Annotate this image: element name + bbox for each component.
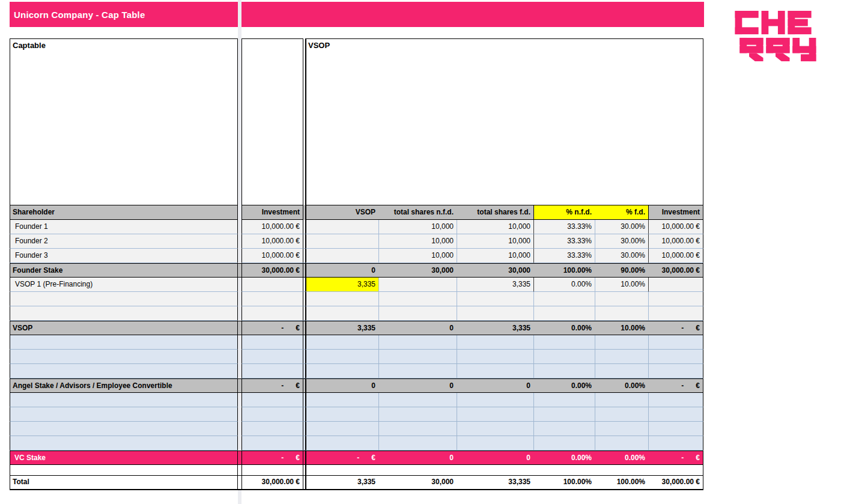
cell-vsop[interactable] bbox=[305, 306, 378, 321]
cell-vsop[interactable] bbox=[305, 407, 378, 422]
cell-shares_fd[interactable] bbox=[457, 422, 533, 436]
cell-pct_nfd[interactable]: 0.00% bbox=[533, 321, 595, 335]
cell-shares_fd[interactable] bbox=[457, 292, 533, 306]
cell-name[interactable]: Angel Stake / Advisors / Employee Conver… bbox=[10, 378, 238, 393]
cell-vsop[interactable] bbox=[305, 292, 378, 306]
cell-pct_fd[interactable]: 0.00% bbox=[595, 451, 648, 465]
cell-pct_fd[interactable] bbox=[595, 393, 648, 407]
cell-blank[interactable] bbox=[457, 38, 533, 205]
cell-vsop[interactable]: 0 bbox=[305, 378, 378, 393]
cell-investment2[interactable]: 10,000.00 € bbox=[648, 234, 703, 249]
cell-investment[interactable] bbox=[241, 38, 303, 205]
cell-investment2[interactable] bbox=[648, 306, 703, 321]
cell-investment2[interactable] bbox=[648, 335, 703, 350]
cell-investment[interactable] bbox=[241, 422, 303, 436]
cell-name[interactable]: VSOP bbox=[10, 321, 238, 335]
cell-name[interactable] bbox=[10, 350, 238, 364]
cell-blank[interactable] bbox=[595, 38, 648, 205]
cell-investment2[interactable] bbox=[648, 407, 703, 422]
cell-investment[interactable]: - € bbox=[241, 321, 303, 335]
cell-pct_nfd[interactable]: 0.00% bbox=[533, 278, 595, 292]
cell-vsop[interactable] bbox=[305, 220, 378, 234]
cell-investment2[interactable]: 30,000.00 € bbox=[648, 263, 703, 278]
cell-vsop[interactable]: 3,335 bbox=[305, 321, 378, 335]
cell-shares_nfd[interactable] bbox=[378, 364, 457, 378]
cell-shares_fd[interactable]: 0 bbox=[457, 451, 533, 465]
cell-shares_fd[interactable]: 10,000 bbox=[457, 234, 533, 249]
cell-pct_nfd[interactable] bbox=[533, 306, 595, 321]
cell-pct_nfd[interactable] bbox=[533, 465, 595, 475]
captable-section-label[interactable]: Captable bbox=[10, 38, 238, 205]
cell-investment[interactable] bbox=[241, 393, 303, 407]
cell-name[interactable] bbox=[10, 407, 238, 422]
cell-pct_fd[interactable]: 0.00% bbox=[595, 378, 648, 393]
cell-investment[interactable] bbox=[241, 465, 303, 475]
cell-pct_nfd[interactable]: 33.33% bbox=[533, 249, 595, 263]
cell-investment2[interactable]: - € bbox=[648, 321, 703, 335]
cell-vsop[interactable] bbox=[305, 335, 378, 350]
cell-pct_nfd[interactable] bbox=[533, 350, 595, 364]
cell-pct_fd[interactable] bbox=[595, 306, 648, 321]
cell-shares_fd[interactable]: 30,000 bbox=[457, 263, 533, 278]
cell-investment[interactable]: 10,000.00 € bbox=[241, 234, 303, 249]
cell-shares_nfd[interactable] bbox=[378, 292, 457, 306]
cell-shares_nfd[interactable]: 0 bbox=[378, 321, 457, 335]
cell-shares_nfd[interactable] bbox=[378, 393, 457, 407]
cell-pct_fd[interactable]: 30.00% bbox=[595, 249, 648, 263]
cell-shares_nfd[interactable]: 30,000 bbox=[378, 475, 457, 490]
cell-investment2[interactable] bbox=[648, 436, 703, 451]
cell-investment2[interactable] bbox=[648, 465, 703, 475]
cell-investment[interactable] bbox=[241, 350, 303, 364]
cell-pct_fd[interactable] bbox=[595, 465, 648, 475]
cell-shares_nfd[interactable]: 10,000 bbox=[378, 249, 457, 263]
cell-shares_nfd[interactable] bbox=[378, 306, 457, 321]
cell-investment[interactable]: 10,000.00 € bbox=[241, 220, 303, 234]
cell-investment2[interactable] bbox=[648, 278, 703, 292]
cell-pct_fd[interactable]: 30.00% bbox=[595, 220, 648, 234]
cell-vsop[interactable] bbox=[305, 436, 378, 451]
cell-pct_fd[interactable] bbox=[595, 436, 648, 451]
cell-investment[interactable] bbox=[241, 335, 303, 350]
cell-shares_fd[interactable] bbox=[457, 306, 533, 321]
cell-name[interactable] bbox=[10, 306, 238, 321]
cell-shares_fd[interactable] bbox=[457, 407, 533, 422]
cell-name[interactable] bbox=[10, 422, 238, 436]
cell-pct_nfd[interactable] bbox=[533, 364, 595, 378]
cell-shares_nfd[interactable] bbox=[378, 335, 457, 350]
cell-pct_fd[interactable] bbox=[595, 292, 648, 306]
cell-pct_nfd[interactable] bbox=[533, 335, 595, 350]
cell-shares_fd[interactable] bbox=[457, 364, 533, 378]
cell-name[interactable]: Founder 3 bbox=[10, 249, 238, 263]
cell-vsop[interactable]: 3,335 bbox=[305, 475, 378, 490]
cell-vsop[interactable]: 3,335 bbox=[305, 278, 378, 292]
cell-investment2[interactable]: 10,000.00 € bbox=[648, 220, 703, 234]
column-header-investment[interactable]: Investment bbox=[241, 205, 303, 220]
cell-shares_fd[interactable]: 10,000 bbox=[457, 220, 533, 234]
cell-pct_nfd[interactable] bbox=[533, 436, 595, 451]
cell-investment[interactable]: - € bbox=[241, 451, 303, 465]
cell-shares_nfd[interactable] bbox=[378, 436, 457, 451]
cell-blank[interactable] bbox=[648, 38, 703, 205]
cell-name[interactable] bbox=[10, 364, 238, 378]
cell-vsop[interactable] bbox=[305, 350, 378, 364]
cell-name[interactable]: VSOP 1 (Pre-Financing) bbox=[10, 278, 238, 292]
cell-pct_fd[interactable]: 30.00% bbox=[595, 234, 648, 249]
cell-name[interactable]: VC Stake bbox=[10, 451, 238, 465]
cell-investment2[interactable]: - € bbox=[648, 451, 703, 465]
cell-shares_nfd[interactable]: 0 bbox=[378, 378, 457, 393]
cell-pct_fd[interactable] bbox=[595, 364, 648, 378]
cell-shares_nfd[interactable]: 30,000 bbox=[378, 263, 457, 278]
cell-pct_nfd[interactable]: 100.00% bbox=[533, 475, 595, 490]
cell-name[interactable] bbox=[10, 465, 238, 475]
cell-investment2[interactable] bbox=[648, 292, 703, 306]
column-header-pct_fd[interactable]: % f.d. bbox=[595, 205, 648, 220]
cell-pct_nfd[interactable]: 0.00% bbox=[533, 378, 595, 393]
cell-vsop[interactable] bbox=[305, 234, 378, 249]
cell-shares_nfd[interactable]: 0 bbox=[378, 451, 457, 465]
cell-shares_fd[interactable]: 10,000 bbox=[457, 249, 533, 263]
cell-investment2[interactable] bbox=[648, 393, 703, 407]
cell-pct_fd[interactable] bbox=[595, 350, 648, 364]
cell-investment2[interactable]: 30,000.00 € bbox=[648, 475, 703, 490]
cell-name[interactable] bbox=[10, 335, 238, 350]
cell-pct_fd[interactable]: 10.00% bbox=[595, 278, 648, 292]
